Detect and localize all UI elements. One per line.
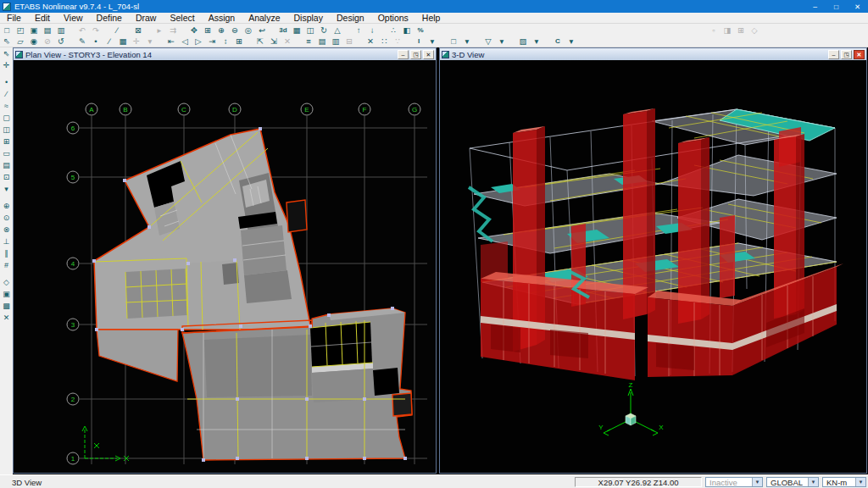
snap-none-toggle[interactable]: ✕ xyxy=(1,312,13,324)
extra-tool-button[interactable]: ◇ xyxy=(748,25,761,36)
extra-tool-button[interactable]: ⊞ xyxy=(734,25,748,36)
replicate-button[interactable]: ∷ xyxy=(377,36,391,47)
assign-column-button[interactable]: C xyxy=(551,36,565,47)
draw-wall-tool[interactable]: ▭ xyxy=(1,147,13,159)
dropdown-caret-icon[interactable]: ▼ xyxy=(808,478,818,486)
draw-curve-tool[interactable]: ≈ xyxy=(1,100,13,112)
dropdown-caret-icon[interactable]: ▼ xyxy=(752,478,762,486)
reshape-tool[interactable]: ✛ xyxy=(1,59,13,71)
default-3d-view-button[interactable]: 3d xyxy=(276,25,290,36)
open-model-button[interactable]: ◰ xyxy=(14,25,27,36)
three-d-view-titlebar[interactable]: 3-D View – ◳ ✕ xyxy=(440,48,866,61)
snap-points-toggle[interactable]: ▩ xyxy=(1,300,13,312)
draw-lines-button[interactable]: ∕ xyxy=(103,36,116,47)
assign-shell-button[interactable]: ▨ xyxy=(516,36,530,47)
quick-draw-wall-tool[interactable]: ▤ xyxy=(1,159,13,171)
draw-more-button[interactable]: ▾ xyxy=(143,36,157,47)
draw-frame-tool[interactable]: ∕ xyxy=(1,88,13,100)
draw-opening-tool[interactable]: ⊡ xyxy=(1,171,13,183)
snap-fine-grid-toggle[interactable]: ▣ xyxy=(1,288,13,300)
menu-item[interactable]: Analyze xyxy=(242,13,287,23)
draw-areas-button[interactable]: ▦ xyxy=(116,36,130,47)
elevation-view-button[interactable]: ◫ xyxy=(303,25,317,36)
zoom-out-button[interactable]: ⊖ xyxy=(228,25,242,36)
plan-view-titlebar[interactable]: Plan View - STORY3 - Elevation 14 – ◳ ✕ xyxy=(14,48,436,61)
extra-tool-button[interactable]: ◨ xyxy=(721,25,734,36)
snap-intersections-toggle[interactable]: ⊗ xyxy=(1,224,13,236)
draw-point-button[interactable]: • xyxy=(89,36,103,47)
plan-view-button[interactable]: ▦ xyxy=(290,25,303,36)
menu-item[interactable]: Draw xyxy=(129,13,164,23)
save-model-button[interactable]: ▣ xyxy=(27,25,41,36)
frame-sections-caret[interactable]: ▾ xyxy=(426,36,439,47)
clear-selection-button[interactable]: ⊘ xyxy=(41,36,54,47)
area-sections-caret[interactable]: ▾ xyxy=(460,36,474,47)
column-caret[interactable]: ▾ xyxy=(565,36,578,47)
elevation-step-button[interactable]: ↕ xyxy=(219,36,232,47)
menu-item[interactable]: File xyxy=(0,13,28,23)
close-tables-button[interactable]: ⊟ xyxy=(342,36,356,47)
menu-item[interactable]: Select xyxy=(163,13,201,23)
snap-midpoints-toggle[interactable]: ⊙ xyxy=(1,212,13,224)
plan-view-canvas[interactable]: A B C D E F G 6 5 4 3 2 1 xyxy=(14,60,436,473)
dropdown-caret-icon[interactable]: ▼ xyxy=(855,478,865,486)
object-shrink-toggle-button[interactable]: ∴ xyxy=(387,25,400,36)
rotate-3d-view-button[interactable]: ↻ xyxy=(317,25,331,36)
close-views-button[interactable]: ✕ xyxy=(281,36,294,47)
redo-button[interactable]: ↷ xyxy=(89,25,103,36)
maximize-button[interactable]: □ xyxy=(826,0,847,13)
print-graphics-button[interactable]: ▤ xyxy=(41,25,54,36)
show-input-tables-button[interactable]: ▤ xyxy=(315,36,329,47)
menu-item[interactable]: Assign xyxy=(202,13,242,23)
show-bottom-view-button[interactable]: ⇲ xyxy=(267,36,281,47)
previous-story-button[interactable]: ⇤ xyxy=(164,36,178,47)
assign-frame-sections-button[interactable]: I xyxy=(412,36,426,47)
pointer-mode-dropdown[interactable]: Inactive ▼ xyxy=(705,477,763,487)
loads-caret[interactable]: ▾ xyxy=(495,36,509,47)
set-view-options-button[interactable]: ◧ xyxy=(400,25,414,36)
draw-area-tool[interactable]: ▢ xyxy=(1,112,13,124)
3d-minimize-button[interactable]: – xyxy=(828,50,839,59)
plan-close-button[interactable]: ✕ xyxy=(423,50,434,59)
snap-joints-toggle[interactable]: ⊕ xyxy=(1,200,13,212)
minimize-button[interactable]: – xyxy=(804,0,826,13)
draw-more-tool[interactable]: ▾ xyxy=(1,183,13,195)
pan-button[interactable]: ✥ xyxy=(187,25,201,36)
menu-item[interactable]: Options xyxy=(371,13,415,23)
restore-full-view-button[interactable]: ◎ xyxy=(242,25,255,36)
menu-item[interactable]: Display xyxy=(287,13,330,23)
zoom-in-button[interactable]: ⊕ xyxy=(214,25,228,36)
move-down-in-list-button[interactable]: ↓ xyxy=(365,25,379,36)
print-tables-button[interactable]: ▥ xyxy=(54,25,68,36)
lock-model-button[interactable]: ⊠ xyxy=(131,25,145,36)
3d-restore-button[interactable]: ◳ xyxy=(841,50,852,59)
show-top-view-button[interactable]: ⇱ xyxy=(253,36,267,47)
shell-caret[interactable]: ▾ xyxy=(530,36,543,47)
coordinate-system-dropdown[interactable]: GLOBAL ▼ xyxy=(766,477,819,487)
extra-tool-button[interactable]: ▫ xyxy=(707,25,721,36)
run-analysis-button[interactable]: ▸ xyxy=(153,25,166,36)
new-model-button[interactable]: □ xyxy=(0,25,14,36)
show-tables-button[interactable]: ≡ xyxy=(302,36,315,47)
plan-minimize-button[interactable]: – xyxy=(398,50,409,59)
run-construction-sequence-button[interactable]: ⇉ xyxy=(166,25,180,36)
close-button[interactable]: ✕ xyxy=(847,0,868,13)
perspective-toggle-button[interactable]: △ xyxy=(331,25,344,36)
select-pointer-button[interactable]: ⇖ xyxy=(0,36,14,47)
reshape-mode-button[interactable]: ✎ xyxy=(75,36,89,47)
snap-edge-toggle[interactable]: ◇ xyxy=(1,276,13,288)
move-right-button[interactable]: ▷ xyxy=(192,36,205,47)
assign-loads-button[interactable]: ▽ xyxy=(481,36,495,47)
edit-pencil-button[interactable]: ∕ xyxy=(110,25,124,36)
menu-item[interactable]: View xyxy=(57,13,90,23)
quick-draw-button[interactable]: ✛ xyxy=(130,36,143,47)
undo-button[interactable]: ↶ xyxy=(75,25,89,36)
move-up-in-list-button[interactable]: ↑ xyxy=(352,25,365,36)
menu-item[interactable]: Define xyxy=(90,13,129,23)
units-dropdown[interactable]: KN-m ▼ xyxy=(822,477,866,487)
draw-joint-tool[interactable]: • xyxy=(1,76,13,88)
snap-grid-toggle[interactable]: # xyxy=(1,259,13,271)
delete-button[interactable]: ✕ xyxy=(364,36,377,47)
menu-item[interactable]: Edit xyxy=(28,13,57,23)
draw-rect-area-tool[interactable]: ◫ xyxy=(1,124,13,136)
